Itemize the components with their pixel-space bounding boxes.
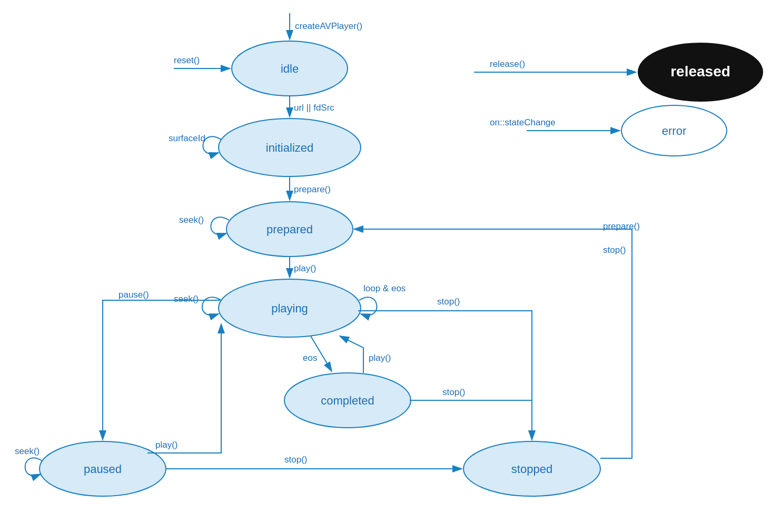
seek-prepared-label: seek() [179, 215, 204, 225]
pause-arrow [103, 300, 220, 440]
eos-label: eos [303, 353, 317, 363]
release-label: release() [490, 59, 525, 69]
prepare-stopped-arrow [354, 229, 632, 458]
playing-label: playing [271, 302, 308, 315]
createAVPlayer-label: createAVPlayer() [295, 21, 362, 31]
stop-completed-label: stop() [442, 387, 465, 397]
prepare-stopped-label: prepare() [603, 221, 640, 231]
loop-eos-arrow [359, 297, 377, 315]
reset-label: reset() [174, 55, 200, 65]
state-diagram: idle initialized prepared playing comple… [0, 0, 771, 532]
play-paused-arrow [147, 324, 221, 453]
released-label: released [670, 63, 730, 80]
pause-label: pause() [118, 290, 149, 300]
prepare-init-label: prepare() [294, 184, 331, 194]
idle-label: idle [281, 62, 299, 75]
loop-eos-label: loop & eos [363, 283, 406, 293]
stop-prepared-label: stop() [603, 245, 626, 255]
stop-paused-label: stop() [284, 455, 307, 465]
surfaceId-label: surfaceId [169, 133, 205, 143]
stateChange-label: on::stateChange [490, 117, 556, 127]
stop-completed-arrow [410, 400, 532, 440]
play-completed-arrow [340, 336, 363, 373]
stopped-label: stopped [511, 462, 552, 476]
error-label: error [662, 124, 686, 137]
seek-playing-label: seek() [174, 294, 199, 304]
prepared-label: prepared [266, 223, 313, 236]
play-paused-label: play() [155, 440, 178, 450]
seek-paused-label: seek() [15, 446, 39, 456]
completed-label: completed [321, 394, 374, 407]
play-prepared-label: play() [294, 263, 317, 273]
paused-label: paused [84, 462, 122, 476]
url-label: url || fdSrc [294, 103, 334, 113]
stop-playing-label: stop() [437, 297, 460, 307]
initialized-label: initialized [266, 141, 314, 154]
play-completed-label: play() [369, 353, 391, 363]
